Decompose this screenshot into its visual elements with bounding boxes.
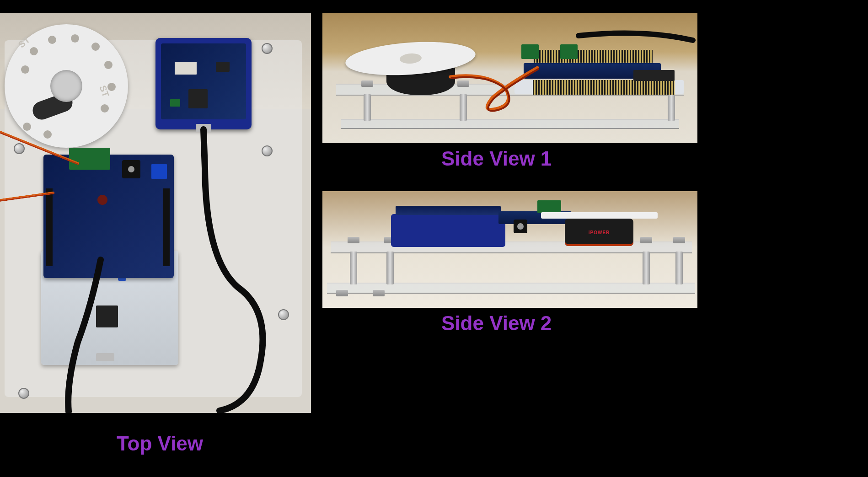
hex-nut [640, 237, 652, 243]
inductor [97, 195, 107, 205]
disc-hub [399, 53, 422, 64]
disc-hole [104, 61, 113, 69]
standoff [460, 94, 467, 121]
ic-chip [633, 70, 675, 81]
pin-header-right [163, 188, 170, 266]
disc-hole [91, 43, 100, 51]
side-view-1-photo [322, 13, 697, 143]
disc-hole [71, 34, 79, 43]
rf-module [175, 62, 197, 75]
micro-usb-port [196, 124, 211, 132]
gimbal-motor: iPOWER [565, 219, 633, 246]
caption-top-view: Top View [117, 432, 203, 455]
sensor-tile-box [391, 214, 505, 247]
hex-nut [336, 290, 348, 296]
standoff [643, 252, 650, 284]
trim-potentiometer [151, 164, 167, 179]
nucleo-board-stack [41, 150, 178, 365]
caption-side-view-2: Side View 2 [441, 312, 552, 335]
standoff-bolt [18, 388, 29, 399]
screw-terminal [537, 200, 561, 213]
sensor-tile-box [155, 38, 252, 129]
standoff-bolt [262, 43, 273, 54]
screw-terminal [521, 44, 539, 59]
hex-nut [457, 80, 469, 87]
mini-usb-port [96, 353, 114, 361]
screw-terminal [560, 44, 578, 59]
dc-barrel-jack [514, 220, 527, 233]
encoder-disc: ST ST [5, 24, 128, 148]
terminal-block [170, 99, 180, 107]
dc-barrel-jack [122, 160, 140, 178]
screw-terminal [69, 148, 110, 170]
sensor-tile-pcb [161, 43, 246, 119]
disc-hole [23, 123, 31, 131]
standoff-bolt [262, 145, 273, 156]
pin-header-row [533, 80, 675, 95]
disc-hole [21, 65, 29, 74]
disc-hole [101, 104, 109, 113]
standoff [364, 94, 371, 121]
mcu-chip [188, 89, 208, 108]
standoff [386, 252, 394, 284]
motor-driver-shield [43, 155, 174, 278]
hex-nut [673, 237, 685, 243]
standoff [668, 94, 675, 121]
hex-nut [361, 80, 373, 87]
disc-hole [30, 47, 38, 55]
ic-chip [216, 62, 230, 72]
top-view-photo: ST ST [0, 13, 311, 413]
encoder-disc-edge [541, 212, 658, 219]
stm32-mcu [96, 305, 118, 327]
disc-slot [30, 91, 75, 122]
caption-side-view-1: Side View 1 [441, 147, 552, 170]
pin-header-left [46, 188, 53, 266]
hex-nut [348, 237, 359, 243]
hex-nut [373, 290, 385, 296]
acrylic-lower-plate [341, 119, 679, 129]
disc-hole [48, 36, 56, 44]
standoff [350, 252, 357, 284]
standoff-bolt [278, 309, 289, 320]
side-view-2-photo: iPOWER [322, 191, 697, 308]
pin-header-row [534, 50, 653, 63]
board-stack [514, 52, 688, 97]
standoff-bolt [14, 143, 25, 154]
standoff [675, 252, 683, 284]
disc-hole [43, 130, 52, 139]
sensor-tile-pcb [396, 206, 501, 215]
motor-brand-label: iPOWER [589, 230, 610, 235]
